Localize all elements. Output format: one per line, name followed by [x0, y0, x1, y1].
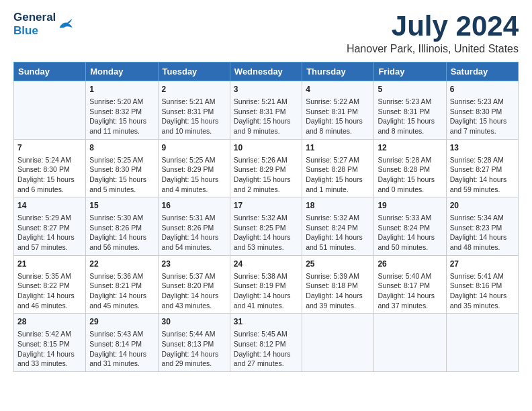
cell-sun-info: Sunrise: 5:45 AM Sunset: 8:12 PM Dayligh…	[234, 329, 298, 369]
cell-sun-info: Sunrise: 5:28 AM Sunset: 8:28 PM Dayligh…	[378, 155, 442, 195]
calendar-cell: 25Sunrise: 5:39 AM Sunset: 8:18 PM Dayli…	[302, 255, 374, 314]
logo-bird-icon	[58, 17, 73, 31]
cell-sun-info: Sunrise: 5:32 AM Sunset: 8:24 PM Dayligh…	[306, 213, 370, 253]
day-number: 15	[89, 200, 154, 212]
day-number: 8	[89, 142, 154, 154]
calendar-cell: 31Sunrise: 5:45 AM Sunset: 8:12 PM Dayli…	[230, 314, 302, 372]
cell-sun-info: Sunrise: 5:27 AM Sunset: 8:28 PM Dayligh…	[306, 155, 370, 195]
day-number: 21	[17, 259, 82, 270]
calendar-cell: 8Sunrise: 5:25 AM Sunset: 8:30 PM Daylig…	[86, 139, 158, 197]
day-number: 10	[234, 142, 298, 154]
day-number: 19	[378, 200, 442, 212]
day-number: 2	[162, 84, 226, 95]
calendar-cell: 15Sunrise: 5:30 AM Sunset: 8:26 PM Dayli…	[86, 197, 158, 256]
calendar-cell: 10Sunrise: 5:26 AM Sunset: 8:29 PM Dayli…	[230, 139, 302, 197]
page-header: General Blue July 2024 Hanover Park, Ill…	[13, 11, 519, 55]
cell-sun-info: Sunrise: 5:28 AM Sunset: 8:27 PM Dayligh…	[450, 155, 515, 195]
cell-sun-info: Sunrise: 5:23 AM Sunset: 8:31 PM Dayligh…	[378, 97, 442, 136]
calendar-cell	[302, 314, 374, 372]
day-number: 4	[306, 84, 370, 95]
header-saturday: Saturday	[446, 62, 518, 81]
header-sunday: Sunday	[14, 62, 86, 81]
day-number: 14	[17, 200, 82, 212]
day-number: 31	[234, 316, 298, 328]
day-number: 1	[89, 84, 154, 95]
calendar-cell: 6Sunrise: 5:23 AM Sunset: 8:30 PM Daylig…	[446, 81, 518, 140]
cell-sun-info: Sunrise: 5:25 AM Sunset: 8:30 PM Dayligh…	[89, 155, 154, 195]
cell-sun-info: Sunrise: 5:21 AM Sunset: 8:31 PM Dayligh…	[162, 97, 226, 136]
calendar-cell: 26Sunrise: 5:40 AM Sunset: 8:17 PM Dayli…	[374, 255, 446, 314]
cell-sun-info: Sunrise: 5:36 AM Sunset: 8:21 PM Dayligh…	[89, 271, 154, 311]
day-number: 23	[162, 259, 226, 270]
cell-sun-info: Sunrise: 5:35 AM Sunset: 8:22 PM Dayligh…	[17, 271, 82, 311]
cell-sun-info: Sunrise: 5:25 AM Sunset: 8:29 PM Dayligh…	[162, 155, 226, 195]
day-number: 13	[450, 142, 515, 154]
cell-sun-info: Sunrise: 5:24 AM Sunset: 8:30 PM Dayligh…	[17, 155, 82, 195]
cell-sun-info: Sunrise: 5:21 AM Sunset: 8:31 PM Dayligh…	[234, 97, 298, 136]
calendar-cell: 23Sunrise: 5:37 AM Sunset: 8:20 PM Dayli…	[158, 255, 230, 314]
title-section: July 2024 Hanover Park, Illinois, United…	[347, 11, 519, 55]
cell-sun-info: Sunrise: 5:41 AM Sunset: 8:16 PM Dayligh…	[450, 271, 515, 311]
calendar-cell: 18Sunrise: 5:32 AM Sunset: 8:24 PM Dayli…	[302, 197, 374, 256]
calendar-cell: 21Sunrise: 5:35 AM Sunset: 8:22 PM Dayli…	[14, 255, 86, 314]
day-number: 28	[17, 316, 82, 328]
calendar-cell: 3Sunrise: 5:21 AM Sunset: 8:31 PM Daylig…	[230, 81, 302, 140]
cell-sun-info: Sunrise: 5:32 AM Sunset: 8:25 PM Dayligh…	[234, 213, 298, 253]
cell-sun-info: Sunrise: 5:26 AM Sunset: 8:29 PM Dayligh…	[234, 155, 298, 195]
cell-sun-info: Sunrise: 5:34 AM Sunset: 8:23 PM Dayligh…	[450, 213, 515, 253]
calendar-header-row: SundayMondayTuesdayWednesdayThursdayFrid…	[14, 62, 519, 81]
cell-sun-info: Sunrise: 5:31 AM Sunset: 8:26 PM Dayligh…	[162, 213, 226, 253]
calendar-cell: 16Sunrise: 5:31 AM Sunset: 8:26 PM Dayli…	[158, 197, 230, 256]
header-tuesday: Tuesday	[158, 62, 230, 81]
cell-sun-info: Sunrise: 5:30 AM Sunset: 8:26 PM Dayligh…	[89, 213, 154, 253]
calendar-cell: 1Sunrise: 5:20 AM Sunset: 8:32 PM Daylig…	[86, 81, 158, 140]
calendar-cell: 22Sunrise: 5:36 AM Sunset: 8:21 PM Dayli…	[86, 255, 158, 314]
calendar-cell: 24Sunrise: 5:38 AM Sunset: 8:19 PM Dayli…	[230, 255, 302, 314]
calendar-cell: 30Sunrise: 5:44 AM Sunset: 8:13 PM Dayli…	[158, 314, 230, 372]
logo: General Blue	[13, 11, 73, 38]
calendar-cell: 29Sunrise: 5:43 AM Sunset: 8:14 PM Dayli…	[86, 314, 158, 372]
day-number: 25	[306, 259, 370, 270]
logo-blue-text: Blue	[13, 24, 56, 38]
cell-sun-info: Sunrise: 5:22 AM Sunset: 8:31 PM Dayligh…	[306, 97, 370, 136]
day-number: 17	[234, 200, 298, 212]
location-subtitle: Hanover Park, Illinois, United States	[347, 43, 519, 55]
day-number: 20	[450, 200, 515, 212]
calendar-cell: 7Sunrise: 5:24 AM Sunset: 8:30 PM Daylig…	[14, 139, 86, 197]
cell-sun-info: Sunrise: 5:33 AM Sunset: 8:24 PM Dayligh…	[378, 213, 442, 253]
cell-sun-info: Sunrise: 5:20 AM Sunset: 8:32 PM Dayligh…	[89, 97, 154, 136]
day-number: 6	[450, 84, 515, 95]
calendar-cell: 27Sunrise: 5:41 AM Sunset: 8:16 PM Dayli…	[446, 255, 518, 314]
day-number: 3	[234, 84, 298, 95]
calendar-week-row: 7Sunrise: 5:24 AM Sunset: 8:30 PM Daylig…	[14, 139, 519, 197]
day-number: 24	[234, 259, 298, 270]
calendar-cell: 17Sunrise: 5:32 AM Sunset: 8:25 PM Dayli…	[230, 197, 302, 256]
header-friday: Friday	[374, 62, 446, 81]
calendar-cell: 12Sunrise: 5:28 AM Sunset: 8:28 PM Dayli…	[374, 139, 446, 197]
header-wednesday: Wednesday	[230, 62, 302, 81]
calendar-cell: 2Sunrise: 5:21 AM Sunset: 8:31 PM Daylig…	[158, 81, 230, 140]
day-number: 9	[162, 142, 226, 154]
cell-sun-info: Sunrise: 5:23 AM Sunset: 8:30 PM Dayligh…	[450, 97, 515, 136]
cell-sun-info: Sunrise: 5:39 AM Sunset: 8:18 PM Dayligh…	[306, 271, 370, 311]
calendar-cell	[446, 314, 518, 372]
calendar-cell: 28Sunrise: 5:42 AM Sunset: 8:15 PM Dayli…	[14, 314, 86, 372]
month-title: July 2024	[347, 11, 519, 42]
header-monday: Monday	[86, 62, 158, 81]
day-number: 16	[162, 200, 226, 212]
day-number: 30	[162, 316, 226, 328]
cell-sun-info: Sunrise: 5:40 AM Sunset: 8:17 PM Dayligh…	[378, 271, 442, 311]
cell-sun-info: Sunrise: 5:42 AM Sunset: 8:15 PM Dayligh…	[17, 329, 82, 369]
day-number: 29	[89, 316, 154, 328]
calendar-week-row: 28Sunrise: 5:42 AM Sunset: 8:15 PM Dayli…	[14, 314, 519, 372]
day-number: 5	[378, 84, 442, 95]
calendar-week-row: 1Sunrise: 5:20 AM Sunset: 8:32 PM Daylig…	[14, 81, 519, 140]
calendar-cell: 9Sunrise: 5:25 AM Sunset: 8:29 PM Daylig…	[158, 139, 230, 197]
day-number: 27	[450, 259, 515, 270]
day-number: 26	[378, 259, 442, 270]
cell-sun-info: Sunrise: 5:37 AM Sunset: 8:20 PM Dayligh…	[162, 271, 226, 311]
cell-sun-info: Sunrise: 5:38 AM Sunset: 8:19 PM Dayligh…	[234, 271, 298, 311]
calendar-cell	[14, 81, 86, 140]
day-number: 18	[306, 200, 370, 212]
calendar-cell: 13Sunrise: 5:28 AM Sunset: 8:27 PM Dayli…	[446, 139, 518, 197]
